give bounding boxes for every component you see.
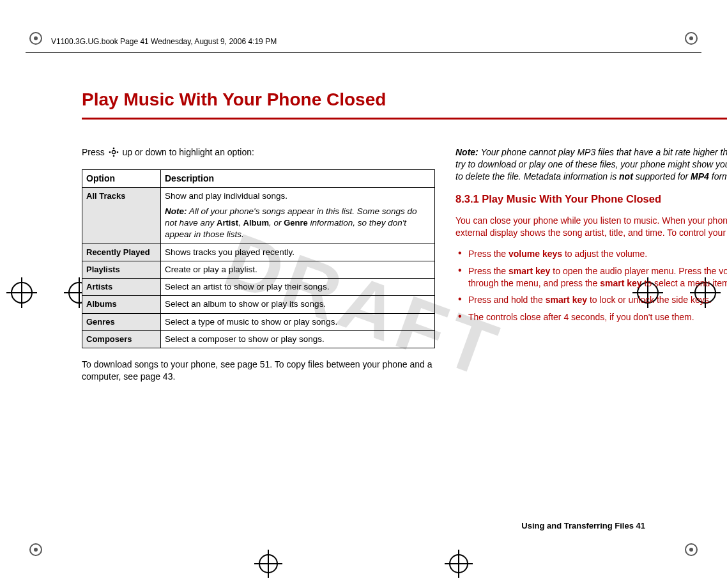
page-content: 8.3.1 Play Music With Your Phone Closed … bbox=[82, 89, 727, 392]
list-text: to lock or unlock the side keys. bbox=[587, 295, 712, 305]
document-header-meta: V1100.3G.UG.book Page 41 Wednesday, Augu… bbox=[51, 37, 277, 46]
registration-mark-icon bbox=[445, 550, 473, 580]
option-label: Recently Played bbox=[82, 244, 161, 261]
crop-mark-icon bbox=[28, 31, 43, 46]
option-description: Select a composer to show or play songs. bbox=[161, 330, 435, 348]
option-description: Select a type of music to show or play s… bbox=[161, 313, 435, 330]
list-bold: smart key bbox=[509, 266, 550, 276]
svg-point-1 bbox=[34, 36, 38, 40]
title-rule bbox=[82, 118, 727, 120]
note-label: Note: bbox=[165, 206, 187, 216]
note-bold: Genre bbox=[284, 218, 308, 228]
list-text: Press and hold the bbox=[468, 295, 546, 305]
note-bold: Album bbox=[243, 218, 269, 228]
note-sep: , or bbox=[269, 218, 284, 228]
subsection-intro: You can close your phone while you liste… bbox=[455, 215, 727, 239]
note-label: Note: bbox=[455, 147, 478, 157]
svg-point-27 bbox=[112, 148, 114, 150]
footer-page-number: 41 bbox=[636, 521, 645, 530]
intro-text-b: up or down to highlight an option: bbox=[123, 147, 254, 157]
option-label: Genres bbox=[82, 313, 161, 330]
list-bold: smart key bbox=[546, 295, 587, 305]
options-table: Option Description All Tracks Show and p… bbox=[82, 169, 435, 348]
instruction-list: Press the volume keys to adjust the volu… bbox=[455, 248, 727, 323]
table-row: Recently Played Shows tracks you played … bbox=[82, 244, 435, 261]
svg-point-28 bbox=[112, 155, 114, 157]
page-footer: Using and Transferring Files 41 bbox=[521, 521, 645, 530]
right-column: Note: Your phone cannot play MP3 files t… bbox=[455, 137, 727, 392]
crop-mark-icon bbox=[684, 31, 699, 46]
list-item: Press the volume keys to adjust the volu… bbox=[455, 248, 727, 260]
crop-mark-icon bbox=[684, 542, 699, 557]
option-label: All Tracks bbox=[82, 187, 161, 244]
list-bold: smart key bbox=[600, 278, 641, 288]
note-bold: Artist bbox=[217, 218, 238, 228]
mp3-note: Note: Your phone cannot play MP3 files t… bbox=[455, 146, 727, 183]
table-row: Genres Select a type of music to show or… bbox=[82, 313, 435, 330]
left-column: Press up or down to highlight an option:… bbox=[82, 137, 435, 392]
table-row: Playlists Create or play a playlist. bbox=[82, 261, 435, 278]
svg-point-29 bbox=[109, 151, 111, 153]
table-header-option: Option bbox=[82, 169, 161, 187]
option-description: Create or play a playlist. bbox=[161, 261, 435, 278]
option-description: Select an album to show or play its song… bbox=[161, 296, 435, 313]
svg-point-7 bbox=[689, 548, 693, 552]
after-table-text: To download songs to your phone, see pag… bbox=[82, 359, 435, 383]
note-text: formatted files. bbox=[709, 171, 727, 182]
option-label: Artists bbox=[82, 279, 161, 296]
subsection-heading: 8.3.1 Play Music With Your Phone Closed bbox=[455, 192, 727, 206]
list-text: The controls close after 4 seconds, if y… bbox=[468, 312, 694, 322]
option-description: Shows tracks you played recently. bbox=[161, 244, 435, 261]
list-item: Press and hold the smart key to lock or … bbox=[455, 294, 727, 306]
svg-point-3 bbox=[689, 36, 693, 40]
svg-point-5 bbox=[34, 548, 38, 552]
list-bold: volume keys bbox=[509, 249, 562, 259]
table-row: Composers Select a composer to show or p… bbox=[82, 330, 435, 348]
note-sep: , bbox=[238, 218, 243, 228]
note-bold: not bbox=[619, 171, 633, 182]
option-label: Albums bbox=[82, 296, 161, 313]
svg-point-26 bbox=[112, 150, 115, 153]
footer-chapter: Using and Transferring Files bbox=[521, 521, 634, 530]
section-title: Play Music With Your Phone Closed bbox=[82, 89, 727, 110]
table-row: All Tracks Show and play individual song… bbox=[82, 187, 435, 244]
list-text: to adjust the volume. bbox=[562, 249, 647, 259]
note-text: supported for bbox=[633, 171, 691, 182]
option-desc-main: Show and play individual songs. bbox=[165, 190, 431, 202]
registration-mark-icon bbox=[6, 277, 37, 311]
option-label: Composers bbox=[82, 330, 161, 348]
header-rule bbox=[26, 52, 701, 53]
table-row: Albums Select an album to show or play i… bbox=[82, 296, 435, 313]
list-text: to select a menu item. bbox=[642, 278, 727, 288]
intro-text-a: Press bbox=[82, 147, 107, 157]
table-row: Artists Select an artist to show or play… bbox=[82, 279, 435, 296]
table-header-description: Description bbox=[161, 169, 435, 187]
option-description: Select an artist to show or play their s… bbox=[161, 279, 435, 296]
registration-mark-icon bbox=[254, 550, 282, 580]
note-bold: MP4 bbox=[691, 171, 709, 182]
list-text: Press the bbox=[468, 249, 509, 259]
option-label: Playlists bbox=[82, 261, 161, 278]
list-item: Press the smart key to open the audio pl… bbox=[455, 265, 727, 290]
list-item: The controls close after 4 seconds, if y… bbox=[455, 311, 727, 323]
list-text: Press the bbox=[468, 266, 509, 276]
option-note: Note: All of your phone's songs appear i… bbox=[165, 206, 431, 241]
nav-dot-icon bbox=[109, 147, 119, 160]
svg-point-30 bbox=[116, 151, 118, 153]
crop-mark-icon bbox=[28, 542, 43, 557]
option-description: Show and play individual songs. Note: Al… bbox=[161, 187, 435, 244]
intro-text: Press up or down to highlight an option: bbox=[82, 146, 435, 160]
